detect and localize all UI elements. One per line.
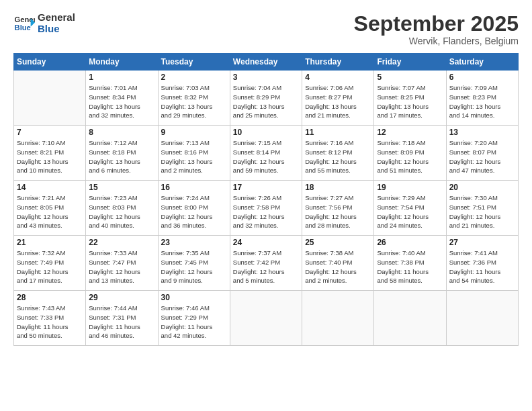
calendar-cell: 18Sunrise: 7:27 AM Sunset: 7:56 PM Dayli… xyxy=(302,181,374,236)
day-detail: Sunrise: 7:33 AM Sunset: 7:47 PM Dayligh… xyxy=(89,248,154,285)
title-block: September 2025 Wervik, Flanders, Belgium xyxy=(354,12,519,46)
calendar-week-1: 1Sunrise: 7:01 AM Sunset: 8:34 PM Daylig… xyxy=(14,71,519,126)
day-number: 30 xyxy=(161,293,227,302)
weekday-header-saturday: Saturday xyxy=(446,54,518,71)
day-number: 14 xyxy=(17,183,83,192)
weekday-header-monday: Monday xyxy=(86,54,158,71)
day-number: 17 xyxy=(233,183,299,192)
calendar-cell: 17Sunrise: 7:26 AM Sunset: 7:58 PM Dayli… xyxy=(230,181,302,236)
day-detail: Sunrise: 7:46 AM Sunset: 7:29 PM Dayligh… xyxy=(161,304,227,340)
calendar-cell: 3Sunrise: 7:04 AM Sunset: 8:29 PM Daylig… xyxy=(230,71,302,126)
calendar-week-4: 21Sunrise: 7:32 AM Sunset: 7:49 PM Dayli… xyxy=(14,236,519,291)
weekday-header-sunday: Sunday xyxy=(14,54,86,71)
calendar-cell: 15Sunrise: 7:23 AM Sunset: 8:03 PM Dayli… xyxy=(86,181,158,236)
day-number: 20 xyxy=(449,183,515,192)
calendar-cell: 1Sunrise: 7:01 AM Sunset: 8:34 PM Daylig… xyxy=(86,71,158,126)
day-detail: Sunrise: 7:40 AM Sunset: 7:38 PM Dayligh… xyxy=(377,248,443,285)
day-detail: Sunrise: 7:43 AM Sunset: 7:33 PM Dayligh… xyxy=(17,304,83,340)
day-number: 29 xyxy=(89,293,154,302)
day-number: 24 xyxy=(233,238,299,247)
calendar-cell: 27Sunrise: 7:41 AM Sunset: 7:36 PM Dayli… xyxy=(446,236,518,291)
day-detail: Sunrise: 7:10 AM Sunset: 8:21 PM Dayligh… xyxy=(17,138,83,175)
day-detail: Sunrise: 7:30 AM Sunset: 7:51 PM Dayligh… xyxy=(449,193,515,230)
calendar-body: 1Sunrise: 7:01 AM Sunset: 8:34 PM Daylig… xyxy=(14,71,519,346)
header: General Blue General Blue September 2025… xyxy=(13,12,519,46)
day-number: 4 xyxy=(305,73,371,82)
day-detail: Sunrise: 7:12 AM Sunset: 8:18 PM Dayligh… xyxy=(89,138,154,175)
calendar-cell: 8Sunrise: 7:12 AM Sunset: 8:18 PM Daylig… xyxy=(86,126,158,181)
calendar-cell: 2Sunrise: 7:03 AM Sunset: 8:32 PM Daylig… xyxy=(158,71,230,126)
calendar-cell: 4Sunrise: 7:06 AM Sunset: 8:27 PM Daylig… xyxy=(302,71,374,126)
calendar-week-3: 14Sunrise: 7:21 AM Sunset: 8:05 PM Dayli… xyxy=(14,181,519,236)
day-number: 8 xyxy=(89,128,154,137)
logo: General Blue General Blue xyxy=(13,12,75,34)
day-number: 23 xyxy=(161,238,227,247)
day-number: 18 xyxy=(305,183,371,192)
calendar-cell xyxy=(446,291,518,346)
day-detail: Sunrise: 7:41 AM Sunset: 7:36 PM Dayligh… xyxy=(449,248,515,285)
weekday-header-tuesday: Tuesday xyxy=(158,54,230,71)
calendar-cell: 5Sunrise: 7:07 AM Sunset: 8:25 PM Daylig… xyxy=(374,71,446,126)
day-number: 16 xyxy=(161,183,227,192)
calendar-cell: 7Sunrise: 7:10 AM Sunset: 8:21 PM Daylig… xyxy=(14,126,86,181)
calendar-cell xyxy=(374,291,446,346)
calendar-cell xyxy=(302,291,374,346)
day-detail: Sunrise: 7:13 AM Sunset: 8:16 PM Dayligh… xyxy=(161,138,227,175)
day-detail: Sunrise: 7:16 AM Sunset: 8:12 PM Dayligh… xyxy=(305,138,371,175)
calendar-cell: 12Sunrise: 7:18 AM Sunset: 8:09 PM Dayli… xyxy=(374,126,446,181)
day-detail: Sunrise: 7:15 AM Sunset: 8:14 PM Dayligh… xyxy=(233,138,299,175)
calendar-cell: 29Sunrise: 7:44 AM Sunset: 7:31 PM Dayli… xyxy=(86,291,158,346)
calendar-cell: 26Sunrise: 7:40 AM Sunset: 7:38 PM Dayli… xyxy=(374,236,446,291)
calendar-cell: 11Sunrise: 7:16 AM Sunset: 8:12 PM Dayli… xyxy=(302,126,374,181)
day-number: 2 xyxy=(161,73,227,82)
day-detail: Sunrise: 7:03 AM Sunset: 8:32 PM Dayligh… xyxy=(161,83,227,120)
calendar-cell xyxy=(14,71,86,126)
day-number: 27 xyxy=(449,238,515,247)
day-number: 13 xyxy=(449,128,515,137)
day-number: 19 xyxy=(377,183,443,192)
day-number: 26 xyxy=(377,238,443,247)
calendar-week-5: 28Sunrise: 7:43 AM Sunset: 7:33 PM Dayli… xyxy=(14,291,519,346)
day-detail: Sunrise: 7:26 AM Sunset: 7:58 PM Dayligh… xyxy=(233,193,299,230)
calendar-cell: 22Sunrise: 7:33 AM Sunset: 7:47 PM Dayli… xyxy=(86,236,158,291)
logo-icon: General Blue xyxy=(13,13,35,34)
day-detail: Sunrise: 7:18 AM Sunset: 8:09 PM Dayligh… xyxy=(377,138,443,175)
calendar-cell: 14Sunrise: 7:21 AM Sunset: 8:05 PM Dayli… xyxy=(14,181,86,236)
day-detail: Sunrise: 7:07 AM Sunset: 8:25 PM Dayligh… xyxy=(377,83,443,120)
day-detail: Sunrise: 7:35 AM Sunset: 7:45 PM Dayligh… xyxy=(161,248,227,285)
calendar-cell: 25Sunrise: 7:38 AM Sunset: 7:40 PM Dayli… xyxy=(302,236,374,291)
day-number: 1 xyxy=(89,73,154,82)
day-detail: Sunrise: 7:01 AM Sunset: 8:34 PM Dayligh… xyxy=(89,83,154,120)
calendar-cell: 16Sunrise: 7:24 AM Sunset: 8:00 PM Dayli… xyxy=(158,181,230,236)
day-detail: Sunrise: 7:29 AM Sunset: 7:54 PM Dayligh… xyxy=(377,193,443,230)
weekday-header-thursday: Thursday xyxy=(302,54,374,71)
day-number: 25 xyxy=(305,238,371,247)
calendar-cell: 13Sunrise: 7:20 AM Sunset: 8:07 PM Dayli… xyxy=(446,126,518,181)
calendar-week-2: 7Sunrise: 7:10 AM Sunset: 8:21 PM Daylig… xyxy=(14,126,519,181)
day-detail: Sunrise: 7:32 AM Sunset: 7:49 PM Dayligh… xyxy=(17,248,83,285)
day-detail: Sunrise: 7:23 AM Sunset: 8:03 PM Dayligh… xyxy=(89,193,154,230)
day-number: 11 xyxy=(305,128,371,137)
svg-text:Blue: Blue xyxy=(15,23,31,31)
day-number: 6 xyxy=(449,73,515,82)
calendar-cell xyxy=(230,291,302,346)
day-number: 12 xyxy=(377,128,443,137)
day-number: 28 xyxy=(17,293,83,302)
day-number: 7 xyxy=(17,128,83,137)
day-detail: Sunrise: 7:44 AM Sunset: 7:31 PM Dayligh… xyxy=(89,304,154,340)
day-detail: Sunrise: 7:20 AM Sunset: 8:07 PM Dayligh… xyxy=(449,138,515,175)
day-number: 3 xyxy=(233,73,299,82)
day-number: 5 xyxy=(377,73,443,82)
day-number: 21 xyxy=(17,238,83,247)
calendar-cell: 6Sunrise: 7:09 AM Sunset: 8:23 PM Daylig… xyxy=(446,71,518,126)
calendar-cell: 28Sunrise: 7:43 AM Sunset: 7:33 PM Dayli… xyxy=(14,291,86,346)
calendar-cell: 24Sunrise: 7:37 AM Sunset: 7:42 PM Dayli… xyxy=(230,236,302,291)
day-detail: Sunrise: 7:24 AM Sunset: 8:00 PM Dayligh… xyxy=(161,193,227,230)
calendar-cell: 23Sunrise: 7:35 AM Sunset: 7:45 PM Dayli… xyxy=(158,236,230,291)
day-number: 22 xyxy=(89,238,154,247)
day-detail: Sunrise: 7:09 AM Sunset: 8:23 PM Dayligh… xyxy=(449,83,515,120)
day-detail: Sunrise: 7:27 AM Sunset: 7:56 PM Dayligh… xyxy=(305,193,371,230)
calendar-cell: 21Sunrise: 7:32 AM Sunset: 7:49 PM Dayli… xyxy=(14,236,86,291)
day-number: 9 xyxy=(161,128,227,137)
weekday-header-friday: Friday xyxy=(374,54,446,71)
